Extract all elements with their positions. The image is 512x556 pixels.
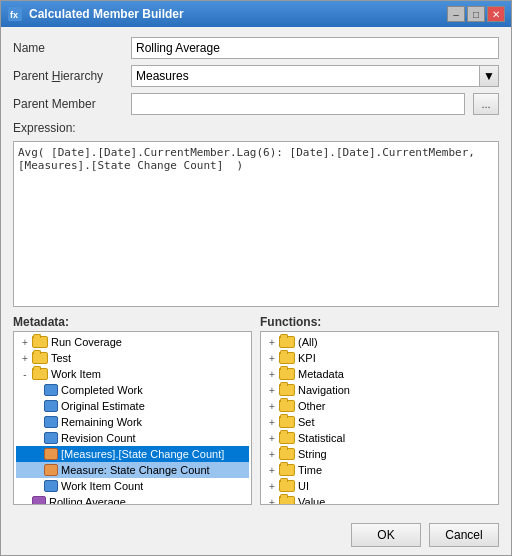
parent-member-label: Parent Member <box>13 97 123 111</box>
expand-icon[interactable]: + <box>18 351 32 365</box>
folder-icon <box>279 432 295 444</box>
measure-icon <box>44 448 58 460</box>
calc-icon <box>32 496 46 505</box>
folder-icon <box>32 352 48 364</box>
expand-icon[interactable]: + <box>18 335 32 349</box>
browse-button[interactable]: ... <box>473 93 499 115</box>
folder-icon <box>279 336 295 348</box>
expand-icon[interactable]: + <box>265 447 279 461</box>
expand-icon[interactable]: + <box>265 367 279 381</box>
functions-panel: Functions: + (All) + KPI <box>260 315 499 505</box>
tree-item-label: Value <box>298 496 325 505</box>
parent-hierarchy-row: Parent Hierarchy Measures ▼ <box>13 65 499 87</box>
tree-item-label: Remaining Work <box>61 416 142 428</box>
list-item[interactable]: + KPI <box>263 350 496 366</box>
list-item[interactable]: + String <box>263 446 496 462</box>
list-item[interactable]: + Metadata <box>263 366 496 382</box>
tree-item-label: [Measures].[State Change Count] <box>61 448 224 460</box>
expand-icon <box>30 447 44 461</box>
tree-item-label: Measure: State Change Count <box>61 464 210 476</box>
expand-icon[interactable]: + <box>265 415 279 429</box>
list-item[interactable]: + Statistical <box>263 430 496 446</box>
expand-icon[interactable]: + <box>265 431 279 445</box>
name-input[interactable] <box>131 37 499 59</box>
member-icon <box>44 400 58 412</box>
expand-icon[interactable]: + <box>265 383 279 397</box>
maximize-button[interactable]: □ <box>467 6 485 22</box>
expand-icon <box>30 463 44 477</box>
tree-item-label: Statistical <box>298 432 345 444</box>
list-item[interactable]: + UI <box>263 478 496 494</box>
expression-label-row: Expression: <box>13 121 499 135</box>
tree-item-label: Other <box>298 400 326 412</box>
window-icon: fx <box>7 6 23 22</box>
tree-item-label: KPI <box>298 352 316 364</box>
expand-icon <box>30 383 44 397</box>
list-item[interactable]: [Measures].[State Change Count] <box>16 446 249 462</box>
metadata-panel-content: + Run Coverage + Test - Work It <box>13 331 252 505</box>
list-item[interactable]: + Time <box>263 462 496 478</box>
list-item[interactable]: Original Estimate <box>16 398 249 414</box>
parent-member-row: Parent Member ... <box>13 93 499 115</box>
parent-hierarchy-select[interactable]: Measures <box>131 65 499 87</box>
list-item[interactable]: Rolling Average <box>16 494 249 505</box>
expand-icon <box>30 431 44 445</box>
expand-icon <box>18 495 32 505</box>
member-icon <box>44 480 58 492</box>
list-item[interactable]: + Value <box>263 494 496 505</box>
expression-textarea[interactable]: Avg( [Date].[Date].CurrentMember.Lag(6):… <box>13 141 499 307</box>
list-item[interactable]: - Work Item <box>16 366 249 382</box>
list-item[interactable]: Measure: State Change Count <box>16 462 249 478</box>
close-button[interactable]: ✕ <box>487 6 505 22</box>
window-title: Calculated Member Builder <box>29 7 441 21</box>
expand-icon[interactable]: + <box>265 351 279 365</box>
expand-icon[interactable]: + <box>265 399 279 413</box>
tree-item-label: Rolling Average <box>49 496 126 505</box>
expand-icon[interactable]: + <box>265 479 279 493</box>
svg-text:fx: fx <box>10 10 18 20</box>
tree-item-label: Completed Work <box>61 384 143 396</box>
metadata-panel: Metadata: + Run Coverage + Test <box>13 315 252 505</box>
tree-item-label: Original Estimate <box>61 400 145 412</box>
tree-item-label: Set <box>298 416 315 428</box>
list-item[interactable]: Remaining Work <box>16 414 249 430</box>
list-item[interactable]: Revision Count <box>16 430 249 446</box>
list-item[interactable]: + Other <box>263 398 496 414</box>
list-item[interactable]: Work Item Count <box>16 478 249 494</box>
metadata-tree[interactable]: + Run Coverage + Test - Work It <box>13 331 252 505</box>
cancel-button[interactable]: Cancel <box>429 523 499 547</box>
expand-icon[interactable]: + <box>265 495 279 505</box>
list-item[interactable]: + Navigation <box>263 382 496 398</box>
expand-icon[interactable]: + <box>265 463 279 477</box>
tree-item-label: Work Item Count <box>61 480 143 492</box>
expand-icon[interactable]: - <box>18 367 32 381</box>
folder-icon <box>279 464 295 476</box>
ok-button[interactable]: OK <box>351 523 421 547</box>
functions-label: Functions: <box>260 315 499 329</box>
metadata-label: Metadata: <box>13 315 252 329</box>
list-item[interactable]: + Test <box>16 350 249 366</box>
tree-item-label: (All) <box>298 336 318 348</box>
minimize-button[interactable]: – <box>447 6 465 22</box>
dialog-content: Name Parent Hierarchy Measures ▼ Parent … <box>1 27 511 515</box>
list-item[interactable]: + (All) <box>263 334 496 350</box>
dialog-footer: OK Cancel <box>1 515 511 555</box>
member-icon <box>44 416 58 428</box>
tree-item-label: Metadata <box>298 368 344 380</box>
folder-icon <box>279 400 295 412</box>
expand-icon <box>30 415 44 429</box>
tree-item-label: Navigation <box>298 384 350 396</box>
list-item[interactable]: Completed Work <box>16 382 249 398</box>
folder-icon <box>279 384 295 396</box>
list-item[interactable]: + Run Coverage <box>16 334 249 350</box>
expand-icon[interactable]: + <box>265 335 279 349</box>
folder-icon <box>32 336 48 348</box>
parent-member-input[interactable] <box>131 93 465 115</box>
name-row: Name <box>13 37 499 59</box>
tree-item-label: Time <box>298 464 322 476</box>
tree-item-label: Work Item <box>51 368 101 380</box>
list-item[interactable]: + Set <box>263 414 496 430</box>
folder-icon <box>279 368 295 380</box>
expression-label: Expression: <box>13 121 76 135</box>
functions-tree[interactable]: + (All) + KPI + Metadata <box>260 331 499 505</box>
